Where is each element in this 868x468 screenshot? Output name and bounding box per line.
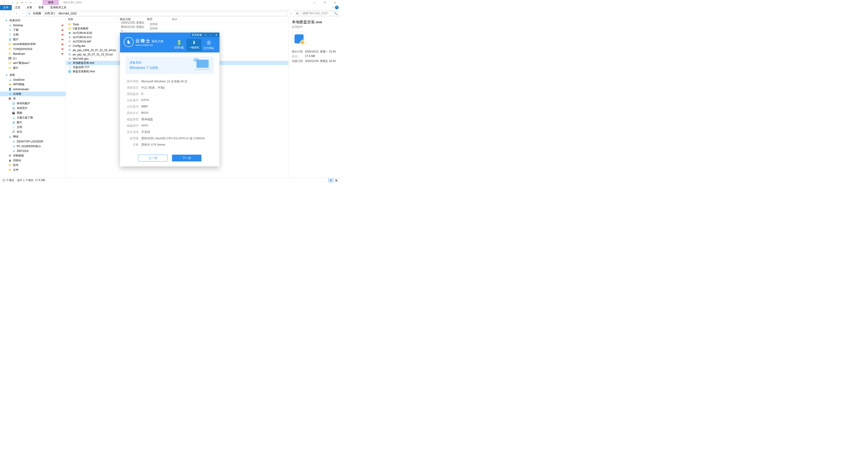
window-title: Win7x64_2020 (63, 1, 81, 4)
sidebar-item-libraries[interactable]: 📚库 (0, 96, 66, 101)
history-dropdown[interactable]: ▾ (14, 11, 19, 16)
sidebar-item-control-panel[interactable]: ⚙控制面板 (0, 153, 66, 158)
dialog-close-button[interactable]: ✕ (215, 33, 218, 36)
minimize-button[interactable]: — (309, 0, 320, 5)
sidebar-item-wps[interactable]: ◆WPS网盘 (0, 82, 66, 87)
chevron-right-icon[interactable]: › (42, 12, 43, 15)
ribbon-tab-view[interactable]: 查看 (35, 5, 47, 10)
forward-button[interactable]: → (8, 11, 13, 16)
prepare-os: Windows 7 (x64) (129, 66, 158, 70)
pin-icon: 📌 (60, 33, 64, 37)
maximize-button[interactable]: ❐ (320, 0, 330, 5)
sidebar-item-pc2[interactable]: 🖥PC-20190530OBLA (0, 144, 66, 149)
sidebar-item-software[interactable]: 📁软件 (0, 163, 66, 167)
folder-icon[interactable]: ▮ (16, 1, 19, 4)
sidebar-item-videos[interactable]: 🎬视频 (0, 111, 66, 115)
sidebar-item-pictures3[interactable]: 🖼图片 (0, 120, 66, 125)
music-icon: 🎵 (12, 130, 16, 134)
sidebar-item-pc1[interactable]: 🖥DESKTOP-LSSOEDP (0, 139, 66, 144)
prepare-title: 准备安装: (129, 61, 158, 65)
prev-button[interactable]: 上一步 (138, 155, 167, 161)
info-value: BIOS (141, 111, 148, 115)
crumb-folder[interactable]: Win7x64_2020 (58, 12, 78, 15)
sidebar-item-pictures[interactable]: 🖼图片📌 (0, 37, 66, 42)
address-dropdown[interactable]: ▾ (288, 11, 293, 16)
sidebar-item-documents3[interactable]: 📁文件 (0, 167, 66, 172)
ribbon-tab-apptools[interactable]: 应用程序工具 (47, 5, 70, 10)
search-input[interactable]: 搜索"Win7x64_2020" 🔍 (302, 11, 339, 16)
sidebar-item-tianyi[interactable]: ☁天翼云盘下载 (0, 115, 66, 120)
sidebar-item-recycle[interactable]: 🗑回收站 (0, 158, 66, 163)
ribbon-expand-icon[interactable]: ⌄ (332, 5, 334, 8)
details-created-value: 2020/12/25, 星期五 16:33 (305, 59, 336, 63)
crumb-thispc[interactable]: 此电脑 (32, 11, 42, 15)
dialog-menu-icon[interactable]: ≡ (204, 33, 207, 36)
contextual-tab-manage[interactable]: 管理 (42, 0, 59, 5)
column-type[interactable]: 类型 (147, 18, 172, 21)
file-row[interactable]: 📁U盘安装教程2020/12/25, 星期五 1…文件夹 (66, 27, 288, 31)
file-type: 文件夹 (150, 27, 175, 31)
sidebar-item-yunqishi[interactable]: 📁YUNQISHI2019📌 (0, 46, 66, 51)
dialog-tab-onekey[interactable]: ⬇一键装机 (186, 39, 202, 51)
back-button[interactable]: ← (1, 11, 6, 16)
sidebar-item-network[interactable]: 🖧网络 (0, 134, 66, 139)
dialog-body: 准备安装: Windows 7 (x64) 操作系统Microsoft Wind… (120, 53, 219, 152)
shield-badge-icon (300, 39, 305, 45)
view-details-button[interactable]: ☰ (328, 178, 333, 183)
qat-dropdown-icon[interactable]: ▾ (29, 1, 33, 4)
file-row[interactable]: 📁Tools2020/12/25, 星期五 1…文件夹 (66, 22, 288, 27)
sidebar-item-onedrive[interactable]: ☁OneDrive (0, 77, 66, 82)
sidebar-item-win7reinstall[interactable]: 📁win7重装win7 (0, 61, 66, 66)
close-button[interactable]: ✕ (330, 0, 340, 5)
ribbon-tab-share[interactable]: 共享 (24, 5, 35, 10)
breadcrumb[interactable]: 🖥 › 此电脑 › 文档 (E:) › Win7x64_2020 (27, 11, 287, 16)
info-value: Microsoft Windows 10 企业版 64 位 (141, 80, 187, 84)
sidebar-item-excel[interactable]: 📁excel表格制作求和📌 (0, 42, 66, 46)
up-button[interactable]: ↑ (20, 11, 25, 16)
sidebar-quick-access[interactable]: ★快速访问 (0, 18, 66, 23)
undo-icon[interactable]: ↶ (24, 1, 28, 4)
column-size[interactable]: 大小 (172, 18, 190, 21)
sidebar-item-music[interactable]: 🎵音乐 (0, 129, 66, 134)
dialog-minimize-button[interactable]: — (209, 33, 213, 36)
refresh-button[interactable]: ↻ (295, 11, 300, 16)
next-button[interactable]: 下一步 (172, 155, 202, 161)
search-icon[interactable]: 🔍 (334, 12, 338, 15)
library-icon: 📚 (8, 97, 12, 100)
sidebar-item-bandicam[interactable]: 📁Bandicam📌 (0, 51, 66, 56)
chevron-right-icon[interactable]: › (57, 12, 57, 15)
sidebar-item-documents[interactable]: 📄文档📌 (0, 32, 66, 37)
dialog-tab-usb[interactable]: 🔋启动U盘 (172, 39, 186, 51)
ribbon-tab-file[interactable]: 文件 (0, 5, 12, 10)
checkmark-icon[interactable]: ✓ (11, 1, 14, 4)
folder-icon: 📁 (8, 48, 12, 51)
sidebar-item-pictures2[interactable]: 📁图片 (0, 66, 66, 70)
sidebar-item-desktop[interactable]: 🖥Desktop📌 (0, 23, 66, 28)
system-info-list: 操作系统Microsoft Windows 10 企业版 64 位系统语言中文 … (125, 78, 214, 148)
folder-icon: 📁 (8, 52, 12, 55)
system-info-row: 处理器英特尔(R) Xeon(R) CPU E5-2670 v2 @ 2.50G… (125, 135, 214, 142)
delete-icon[interactable]: ✕ (20, 1, 24, 4)
column-name[interactable]: 名称ˆ (68, 18, 120, 21)
sidebar-item-gdrive[interactable]: 💾G:\ (0, 56, 66, 61)
sidebar-item-downloads[interactable]: ⬇下载📌 (0, 28, 66, 32)
sidebar-item-label: 图片 (13, 66, 19, 70)
chevron-right-icon[interactable]: › (31, 12, 32, 15)
control-panel-icon: ⚙ (8, 154, 12, 157)
sidebar-item-label: YUNQISHI2019 (13, 48, 32, 51)
sidebar-item-thispc[interactable]: 🖥此电脑 (0, 92, 66, 96)
sidebar-item-saved-pictures[interactable]: 🖼保存的图片 (0, 101, 66, 106)
sidebar-item-camera-roll[interactable]: 🖼本机照片 (0, 106, 66, 111)
dialog-tab-web[interactable]: ⓔ官方网址 (202, 39, 216, 51)
sidebar-item-label: 库 (13, 97, 16, 101)
ribbon-tab-home[interactable]: 主页 (12, 5, 24, 10)
sidebar-desktop-group[interactable]: 🖥桌面 (0, 72, 66, 77)
view-large-icons-button[interactable]: ▦ (334, 178, 339, 183)
sidebar-item-pc3[interactable]: 🖥ZMT2019 (0, 149, 66, 153)
sidebar-item-label: 图片 (17, 121, 22, 124)
crumb-docs[interactable]: 文档 (E:) (43, 11, 56, 15)
sidebar-item-admin[interactable]: 👤Administrator (0, 87, 66, 92)
sidebar-item-documents2[interactable]: 📄文档 (0, 125, 66, 129)
contact-support-link[interactable]: 联系客服 (192, 33, 202, 37)
help-icon[interactable]: ? (335, 6, 339, 9)
